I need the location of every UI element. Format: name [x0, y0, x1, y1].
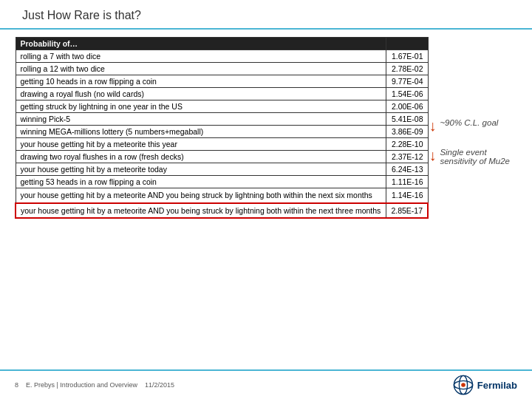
table-cell-value: 1.67E-01 — [386, 50, 428, 63]
table-cell-value: 2.78E-02 — [386, 63, 428, 75]
table-row: drawing two royal flushes in a row (fres… — [16, 151, 428, 163]
table-row: winning MEGA-millions lottery (5 numbers… — [16, 126, 428, 138]
table-header-row: Probability of… — [16, 38, 428, 50]
header: Just How Rare is that? — [0, 0, 532, 30]
table-cell-label: winning Pick-5 — [16, 113, 386, 126]
table-cell-value: 1.14E-16 — [386, 188, 428, 203]
table-cell-value: 2.28E-10 — [386, 138, 428, 151]
table-cell-value: 9.77E-04 — [386, 75, 428, 88]
table-cell-label: getting 10 heads in a row flipping a coi… — [16, 75, 386, 88]
footer-page-number: 8 — [15, 381, 18, 389]
annotation-text-2: Single eventsensitivity of Mu2e — [440, 148, 510, 166]
table-cell-label: your house getting hit by a meteorite th… — [16, 138, 386, 151]
table-cell-value: 2.37E-12 — [386, 151, 428, 163]
table-container: Probability of… rolling a 7 with two dic… — [15, 37, 517, 362]
col-header-value — [386, 38, 428, 50]
table-row: your house getting hit by a meteorite AN… — [16, 203, 428, 219]
table-cell-label: rolling a 7 with two dice — [16, 50, 386, 63]
table-cell-label: rolling a 12 with two dice — [16, 63, 386, 75]
annotation-mu2e: ↓ Single eventsensitivity of Mu2e — [429, 148, 510, 166]
table-row: getting 10 heads in a row flipping a coi… — [16, 75, 428, 88]
footer-author: E. Prebys | Introduction and Overview — [26, 381, 137, 389]
table-cell-value: 5.41E-08 — [386, 113, 428, 126]
table-cell-value: 1.11E-16 — [386, 176, 428, 188]
arrow-icon-2: ↓ — [429, 148, 436, 163]
annotation-90cl: ↓ ~90% C.L. goal — [429, 118, 510, 133]
table-row: your house getting hit by a meteorite AN… — [16, 188, 428, 203]
arrow-icon-1: ↓ — [429, 118, 436, 133]
table-row: your house getting hit by a meteorite to… — [16, 163, 428, 176]
svg-point-3 — [461, 383, 466, 387]
table-cell-label: drawing two royal flushes in a row (fres… — [16, 151, 386, 163]
table-cell-value: 1.54E-06 — [386, 88, 428, 100]
table-row: getting struck by lightning in one year … — [16, 100, 428, 113]
table-cell-label: winning MEGA-millions lottery (5 numbers… — [16, 126, 386, 138]
table-cell-value: 2.00E-06 — [386, 100, 428, 113]
table-cell-label: your house getting hit by a meteorite to… — [16, 163, 386, 176]
table-cell-label: your house getting hit by a meteorite AN… — [16, 188, 386, 203]
annotation-text-1: ~90% C.L. goal — [440, 118, 498, 127]
footer-left: 8 E. Prebys | Introduction and Overview … — [15, 381, 174, 389]
footer: 8 E. Prebys | Introduction and Overview … — [0, 369, 532, 399]
table-cell-label: getting 53 heads in a row flipping a coi… — [16, 176, 386, 188]
table-cell-value: 2.85E-17 — [386, 203, 428, 219]
table-row: your house getting hit by a meteorite th… — [16, 138, 428, 151]
table-cell-label: your house getting hit by a meteorite AN… — [16, 203, 386, 219]
annotations-panel: ↓ ~90% C.L. goal ↓ Single eventsensitivi… — [429, 118, 510, 166]
fermilab-logo: Fermilab — [453, 375, 517, 395]
fermilab-text: Fermilab — [477, 380, 517, 391]
probability-table: Probability of… rolling a 7 with two dic… — [15, 37, 429, 219]
table-row: drawing a royal flush (no wild cards)1.5… — [16, 88, 428, 100]
page: Just How Rare is that? Probability of… r… — [0, 0, 532, 399]
table-cell-label: getting struck by lightning in one year … — [16, 100, 386, 113]
fermilab-logo-icon — [453, 375, 474, 395]
main-content: Probability of… rolling a 7 with two dic… — [0, 30, 532, 369]
table-cell-label: drawing a royal flush (no wild cards) — [16, 88, 386, 100]
table-row: getting 53 heads in a row flipping a coi… — [16, 176, 428, 188]
table-cell-value: 3.86E-09 — [386, 126, 428, 138]
table-cell-value: 6.24E-13 — [386, 163, 428, 176]
table-row: rolling a 12 with two dice2.78E-02 — [16, 63, 428, 75]
footer-date: 11/2/2015 — [145, 381, 174, 389]
page-title: Just How Rare is that? — [22, 9, 141, 21]
table-row: winning Pick-55.41E-08 — [16, 113, 428, 126]
col-header-label: Probability of… — [16, 38, 386, 50]
table-row: rolling a 7 with two dice1.67E-01 — [16, 50, 428, 63]
